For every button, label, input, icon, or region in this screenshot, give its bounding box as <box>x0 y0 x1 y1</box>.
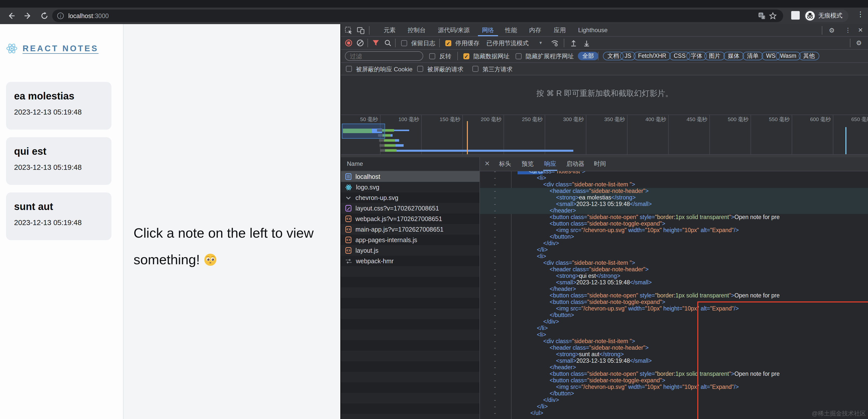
fold-marker[interactable]: - <box>494 319 496 325</box>
chip-all[interactable]: 全部 <box>578 52 598 60</box>
fold-marker[interactable]: - <box>494 351 496 358</box>
request-row-logo.svg[interactable]: logo.svg <box>341 182 480 192</box>
fold-marker[interactable]: - <box>494 234 496 240</box>
blocked-requests-checkbox[interactable] <box>417 66 423 72</box>
url-text[interactable]: localhost:3000 <box>68 12 109 19</box>
fold-marker[interactable]: - <box>494 397 496 403</box>
fold-marker[interactable]: - <box>494 279 496 286</box>
timeline-selection-box[interactable] <box>342 124 385 139</box>
fold-marker[interactable]: - <box>494 390 496 397</box>
invert-filter-checkbox[interactable] <box>429 53 435 59</box>
fold-marker[interactable]: - <box>494 364 496 371</box>
fold-marker[interactable]: - <box>494 358 496 364</box>
side-panel-icon[interactable] <box>791 11 800 20</box>
note-card[interactable]: qui est 2023-12-13 05:19:48 <box>6 137 112 185</box>
devtools-tab-源代码/来源[interactable]: 源代码/来源 <box>433 24 474 36</box>
fold-marker[interactable]: - <box>494 227 496 234</box>
preserve-log-label[interactable]: 保留日志 <box>411 37 435 49</box>
chip-字体[interactable]: 字体 <box>686 52 707 60</box>
devtools-tab-Lighthouse[interactable]: Lighthouse <box>575 24 611 36</box>
name-column-header[interactable]: Name <box>347 160 363 167</box>
hide-data-urls-checkbox[interactable]: ✓ <box>463 53 469 59</box>
disable-cache-checkbox[interactable]: ✓ <box>445 40 451 46</box>
note-card[interactable]: sunt aut 2023-12-13 05:19:48 <box>6 192 112 240</box>
browser-menu-icon[interactable]: ⋮ <box>857 10 864 18</box>
fold-marker[interactable]: - <box>494 286 496 292</box>
search-icon[interactable] <box>384 39 392 49</box>
request-row-chevron-up.svg[interactable]: chevron-up.svg <box>341 192 480 203</box>
fold-marker[interactable]: - <box>494 384 496 390</box>
fold-marker[interactable]: - <box>494 240 496 247</box>
devtools-tab-元素[interactable]: 元素 <box>379 24 400 36</box>
hide-data-urls-label[interactable]: 隐藏数据网址 <box>473 50 509 62</box>
fold-marker[interactable]: - <box>494 338 496 345</box>
fold-marker[interactable]: - <box>494 292 496 299</box>
response-tab-启动器[interactable]: 启动器 <box>565 157 586 171</box>
disable-cache-label[interactable]: 停用缓存 <box>455 37 479 49</box>
devtools-tab-应用[interactable]: 应用 <box>550 24 570 36</box>
filter-input[interactable] <box>345 51 423 61</box>
chip-图片[interactable]: 图片 <box>704 52 725 60</box>
forward-button[interactable] <box>21 9 34 22</box>
request-row-main-app.js?v=1702627008651[interactable]: main-app.js?v=1702627008651 <box>341 224 480 235</box>
request-row-webpack-hmr[interactable]: webpack-hmr <box>341 256 480 266</box>
fold-marker[interactable]: - <box>494 220 496 227</box>
inspect-element-icon[interactable] <box>345 27 352 36</box>
fold-marker[interactable]: - <box>494 253 496 260</box>
fold-marker[interactable]: - <box>494 299 496 305</box>
network-conditions-icon[interactable] <box>551 39 559 49</box>
filter-icon[interactable] <box>372 39 379 49</box>
hide-extension-urls-label[interactable]: 隐藏扩展程序网址 <box>526 50 574 62</box>
blocked-requests-label[interactable]: 被屏蔽的请求 <box>427 63 463 76</box>
request-table-header[interactable]: Name <box>341 157 480 171</box>
preserve-log-checkbox[interactable] <box>401 40 407 46</box>
incognito-badge[interactable]: 无痕模式 <box>804 9 848 22</box>
chip-Wasm[interactable]: Wasm <box>776 52 801 60</box>
devtools-close-icon[interactable]: ✕ <box>858 27 863 34</box>
app-title[interactable]: REACT NOTES <box>23 44 99 53</box>
throttling-select[interactable]: 已停用节流模式 <box>487 37 529 50</box>
chip-其他[interactable]: 其他 <box>799 52 819 60</box>
close-response-icon[interactable]: ✕ <box>485 160 490 167</box>
network-overview-timeline[interactable]: 50 毫秒100 毫秒150 毫秒200 毫秒250 毫秒300 毫秒350 毫… <box>341 115 868 155</box>
response-tab-标头[interactable]: 标头 <box>498 157 512 171</box>
fold-marker[interactable]: - <box>494 260 496 266</box>
translate-icon[interactable]: G文 <box>756 12 767 20</box>
devtools-settings-icon[interactable]: ⚙ <box>829 27 835 34</box>
chip-媒体[interactable]: 媒体 <box>723 52 744 60</box>
device-toolbar-icon[interactable] <box>357 27 365 36</box>
fold-marker[interactable]: - <box>494 175 496 181</box>
record-network-log-icon[interactable] <box>345 39 352 49</box>
url-bar[interactable]: i localhost:3000 G文 <box>52 9 783 22</box>
bookmark-star-icon[interactable] <box>767 12 778 20</box>
fold-marker[interactable]: - <box>494 201 496 208</box>
response-tab-预览[interactable]: 预览 <box>521 157 535 171</box>
invert-filter-label[interactable]: 反转 <box>439 50 451 62</box>
import-har-icon[interactable] <box>570 39 577 49</box>
fold-marker[interactable]: - <box>494 345 496 351</box>
fold-marker[interactable]: - <box>494 377 496 384</box>
request-row-layout.js[interactable]: layout.js <box>341 245 480 256</box>
reload-button[interactable] <box>38 9 51 22</box>
fold-marker[interactable]: - <box>494 325 496 332</box>
site-info-icon[interactable]: i <box>57 12 64 19</box>
blocked-cookies-label[interactable]: 被屏蔽的响应 Cookie <box>356 63 412 76</box>
third-party-label[interactable]: 第三方请求 <box>483 63 513 76</box>
export-har-icon[interactable] <box>583 39 590 49</box>
note-card[interactable]: ea molestias 2023-12-13 05:19:48 <box>6 82 112 130</box>
request-row-localhost[interactable]: localhost <box>341 171 480 182</box>
response-body-viewer[interactable]: - <ul class="notes-list">- <li>- <div cl… <box>480 171 868 419</box>
fold-marker[interactable]: - <box>494 410 496 417</box>
chip-清单[interactable]: 清单 <box>743 52 763 60</box>
request-row-webpack.js?v=1702627008651[interactable]: webpack.js?v=1702627008651 <box>341 213 480 224</box>
hide-extension-urls-checkbox[interactable] <box>516 53 522 59</box>
timeline-scroll-strip[interactable] <box>341 155 868 157</box>
fold-marker[interactable]: - <box>494 171 496 175</box>
clear-network-log-icon[interactable] <box>356 39 364 49</box>
request-row-app-pages-internals.js[interactable]: app-pages-internals.js <box>341 235 480 245</box>
chip-Fetch/XHR[interactable]: Fetch/XHR <box>633 52 671 60</box>
third-party-checkbox[interactable] <box>472 66 478 72</box>
fold-marker[interactable]: - <box>494 188 496 194</box>
fold-marker[interactable]: - <box>494 273 496 279</box>
devtools-tab-网络[interactable]: 网络 <box>478 24 498 36</box>
